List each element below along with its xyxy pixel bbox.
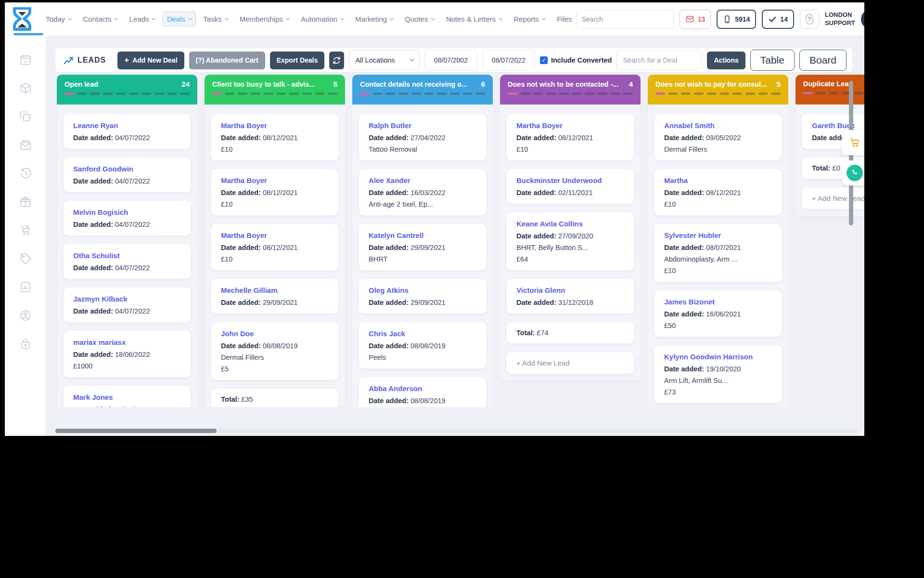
board-view-button[interactable]: Board bbox=[799, 50, 847, 71]
sidebar-item-history[interactable] bbox=[19, 167, 32, 180]
column-total-card[interactable]: Total: £74 bbox=[507, 322, 634, 343]
deal-contact-name[interactable]: Katelyn Cantrell bbox=[369, 231, 476, 239]
column-header[interactable]: Open lead24 bbox=[57, 75, 197, 105]
deal-contact-name[interactable]: Victoria Glenn bbox=[516, 286, 624, 294]
horizontal-scrollbar-track[interactable] bbox=[55, 429, 858, 433]
include-converted-checkbox[interactable]: ✓ bbox=[540, 56, 548, 64]
nav-item-tasks[interactable]: Tasks bbox=[199, 12, 232, 26]
sidebar-item-account[interactable] bbox=[19, 309, 32, 322]
quick-cart-button[interactable] bbox=[842, 130, 864, 155]
user-avatar[interactable] bbox=[861, 10, 864, 29]
horizontal-scrollbar-thumb[interactable] bbox=[55, 429, 217, 433]
deal-card[interactable]: Otha SchulistDate added: 04/07/2022 bbox=[64, 244, 191, 279]
nav-item-reports[interactable]: Reports bbox=[509, 12, 550, 26]
deal-contact-name[interactable]: Mark Jones bbox=[73, 393, 181, 401]
sidebar-item-lock[interactable] bbox=[19, 338, 32, 350]
deal-contact-name[interactable]: Leanne Ryan bbox=[73, 121, 181, 130]
deal-card[interactable]: Sylvester HublerDate added: 08/07/2021Ab… bbox=[654, 224, 782, 282]
add-new-lead-card[interactable]: + Add New Lead bbox=[802, 187, 864, 209]
deal-contact-name[interactable]: Sylvester Hubler bbox=[664, 231, 772, 239]
deal-card[interactable]: Martha BoyerDate added: 08/12/2021£10 bbox=[507, 114, 634, 160]
deal-card[interactable]: Mechelle GilliamDate added: 29/09/2021 bbox=[211, 279, 338, 314]
deal-card[interactable]: Kylynn Goodwin HarrisonDate added: 19/10… bbox=[654, 345, 782, 403]
abandoned-cart-button[interactable]: (?) Abandoned Cart bbox=[189, 52, 265, 69]
deal-contact-name[interactable]: Oleg Atkins bbox=[369, 286, 476, 294]
deal-search-input[interactable] bbox=[616, 50, 702, 70]
export-deals-button[interactable]: Export Deals bbox=[270, 52, 325, 69]
deal-card[interactable]: Buckminster UnderwoodDate added: 02/11/2… bbox=[507, 169, 634, 204]
nav-item-leads[interactable]: Leads bbox=[125, 12, 160, 26]
deal-contact-name[interactable]: Mechelle Gilliam bbox=[221, 286, 329, 294]
deal-card[interactable]: Katelyn CantrellDate added: 29/09/2021BH… bbox=[359, 224, 486, 270]
deal-card[interactable]: Martha BoyerDate added: 08/12/2021£10 bbox=[211, 224, 338, 270]
nav-item-files[interactable]: Files bbox=[552, 12, 577, 26]
nav-item-notes-letters[interactable]: Notes & Letters bbox=[442, 12, 507, 26]
deal-contact-name[interactable]: Buckminster Underwood bbox=[516, 176, 624, 184]
deal-contact-name[interactable]: Keane Avila Collins bbox=[516, 220, 624, 228]
deal-card[interactable]: Melvin BogisichDate added: 04/07/2022 bbox=[64, 201, 191, 236]
add-new-lead-card[interactable]: + Add New Lead bbox=[507, 352, 634, 374]
sidebar-item-copy[interactable] bbox=[19, 110, 32, 123]
location-filter-select[interactable]: All Locations bbox=[349, 50, 420, 70]
deal-card[interactable]: Jazmyn KilbackDate added: 04/07/2022 bbox=[64, 288, 191, 322]
tasks-button[interactable]: 14 bbox=[762, 10, 794, 29]
add-new-deal-button[interactable]: + Add New Deal bbox=[117, 52, 184, 69]
deal-contact-name[interactable]: Alee Xander bbox=[369, 176, 476, 184]
deal-card[interactable]: Victoria GlennDate added: 31/12/2018 bbox=[507, 279, 634, 314]
nav-item-marketing[interactable]: Marketing bbox=[351, 12, 398, 26]
deal-contact-name[interactable]: Jazmyn Kilback bbox=[73, 295, 181, 303]
deal-card[interactable]: Sanford GoodwinDate added: 04/07/2022 bbox=[64, 158, 191, 192]
date-from-input[interactable] bbox=[424, 50, 477, 71]
deal-contact-name[interactable]: John Doe bbox=[221, 329, 329, 338]
deal-contact-name[interactable]: Martha Boyer bbox=[516, 121, 624, 130]
deal-card[interactable]: Martha BoyerDate added: 08/12/2021£10 bbox=[211, 114, 338, 160]
nav-item-deals[interactable]: Deals bbox=[163, 12, 196, 26]
nav-item-today[interactable]: Today bbox=[41, 12, 76, 26]
table-view-button[interactable]: Table bbox=[750, 50, 795, 71]
sidebar-item-package[interactable] bbox=[19, 82, 32, 94]
deal-card[interactable]: mariax mariasxDate added: 18/06/2022£100… bbox=[64, 331, 191, 377]
nav-item-memberships[interactable]: Memberships bbox=[235, 12, 294, 26]
column-header[interactable]: Does not wish to be contacted -...4 bbox=[500, 75, 641, 105]
quick-call-button[interactable] bbox=[842, 160, 864, 185]
deal-contact-name[interactable]: Sanford Goodwin bbox=[73, 165, 181, 173]
refresh-button[interactable] bbox=[329, 52, 344, 69]
deal-contact-name[interactable]: Martha Boyer bbox=[221, 231, 329, 239]
deal-card[interactable]: Oleg AtkinsDate added: 29/09/2021 bbox=[359, 279, 486, 314]
column-header[interactable]: Does not wish to pay for consul...5 bbox=[648, 75, 788, 105]
deal-contact-name[interactable]: Annabel Smith bbox=[664, 121, 772, 130]
deal-contact-name[interactable]: James Bizonet bbox=[664, 298, 772, 306]
nav-item-quotes[interactable]: Quotes bbox=[400, 12, 439, 26]
sidebar-item-calendar[interactable]: 12 bbox=[19, 53, 32, 66]
nav-item-automation[interactable]: Automation bbox=[296, 12, 348, 26]
deal-contact-name[interactable]: Chris Jack bbox=[369, 329, 476, 338]
deal-contact-name[interactable]: Gareth Buck bbox=[812, 121, 864, 130]
deal-card[interactable]: Abba AndersonDate added: 08/08/2019Peels bbox=[359, 377, 486, 407]
nav-item-contacts[interactable]: Contacts bbox=[78, 12, 122, 26]
sidebar-item-inbox[interactable] bbox=[19, 139, 32, 151]
column-total-card[interactable]: Total: £35 bbox=[211, 389, 338, 407]
column-header[interactable]: Contact details not receiving o...6 bbox=[352, 75, 493, 105]
column-header[interactable]: Client too busy to talk - advis...5 bbox=[205, 75, 345, 105]
deal-contact-name[interactable]: Ralph Butler bbox=[369, 121, 476, 130]
deal-contact-name[interactable]: Otha Schulist bbox=[73, 251, 181, 260]
deal-card[interactable]: Keane Avila CollinsDate added: 27/09/202… bbox=[507, 212, 634, 270]
deal-contact-name[interactable]: Martha Boyer bbox=[221, 121, 329, 130]
deal-contact-name[interactable]: Martha Boyer bbox=[221, 176, 329, 184]
deal-contact-name[interactable]: mariax mariasx bbox=[73, 338, 181, 346]
deal-card[interactable]: Ralph ButlerDate added: 27/04/2022Tattoo… bbox=[359, 114, 486, 160]
deal-card[interactable]: MarthaDate added: 08/12/2021£10 bbox=[654, 169, 782, 215]
sidebar-item-cart[interactable] bbox=[19, 224, 32, 236]
phone-calls-button[interactable]: 5914 bbox=[717, 10, 756, 29]
deal-card[interactable]: Alee XanderDate added: 16/03/2022Anti-ag… bbox=[359, 169, 486, 215]
deal-contact-name[interactable]: Melvin Bogisich bbox=[73, 208, 181, 216]
sidebar-item-gift[interactable] bbox=[19, 196, 32, 208]
search-input[interactable] bbox=[577, 15, 674, 23]
deal-card[interactable]: John DoeDate added: 08/08/2019Dermal Fil… bbox=[211, 322, 338, 380]
deal-card[interactable]: Annabel SmithDate added: 09/05/2022Derma… bbox=[654, 114, 782, 160]
deal-card[interactable]: Chris JackDate added: 08/08/2019Peels bbox=[359, 322, 486, 368]
deal-card[interactable]: Martha BoyerDate added: 08/12/2021£10 bbox=[211, 169, 338, 215]
deal-card[interactable]: Mark JonesDate added: 18/06/2022 bbox=[64, 386, 191, 407]
deal-card[interactable]: James BizonetDate added: 16/06/2021£50 bbox=[654, 290, 782, 337]
mail-notifications-button[interactable]: 13 bbox=[680, 10, 711, 29]
